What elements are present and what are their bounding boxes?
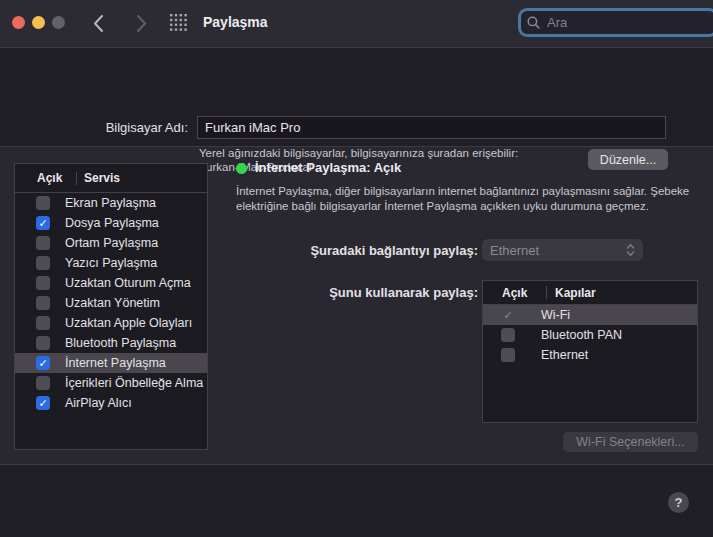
- port-checkbox[interactable]: [501, 348, 515, 362]
- service-checkbox[interactable]: ✓: [36, 396, 50, 410]
- service-checkbox[interactable]: [36, 296, 50, 310]
- share-using-label: Şunu kullanarak paylaş:: [228, 285, 478, 300]
- local-hostname-info: Yerel ağınızdaki bilgisayarlar, bilgisay…: [199, 147, 518, 159]
- forward-button[interactable]: [132, 13, 150, 34]
- services-table-header: Açık Servis: [15, 164, 207, 193]
- service-row[interactable]: İçerikleri Önbelleğe Alma: [15, 373, 207, 393]
- ports-table-header: Açık Kapılar: [483, 281, 697, 305]
- service-description-line1: İnternet Paylaşma, diğer bilgisayarların…: [236, 184, 698, 199]
- service-checkbox[interactable]: [36, 196, 50, 210]
- services-column-on: Açık: [15, 171, 76, 185]
- ports-column-ports: Kapılar: [547, 286, 596, 300]
- port-row[interactable]: ✓Wi-Fi: [483, 305, 697, 325]
- edit-button[interactable]: Düzenle...: [588, 149, 668, 170]
- port-row[interactable]: Ethernet: [483, 345, 697, 365]
- computer-name-input[interactable]: [198, 117, 665, 138]
- wifi-options-button: Wi-Fi Seçenekleri...: [563, 432, 698, 452]
- service-row[interactable]: ✓Dosya Paylaşma: [15, 213, 207, 233]
- service-row[interactable]: Bluetooth Paylaşma: [15, 333, 207, 353]
- show-all-grid-icon[interactable]: [170, 14, 187, 35]
- search-field[interactable]: [518, 8, 713, 37]
- services-table: Açık Servis Ekran Paylaşma✓Dosya Paylaşm…: [14, 163, 208, 450]
- ports-table: Açık Kapılar ✓Wi-FiBluetooth PANEthernet: [482, 280, 698, 423]
- service-checkbox[interactable]: [36, 256, 50, 270]
- status-title: İnternet Paylaşma: Açık: [255, 160, 401, 175]
- service-label: İnternet Paylaşma: [65, 356, 166, 370]
- footer: [0, 465, 713, 537]
- ports-column-on: Açık: [483, 286, 546, 300]
- service-row[interactable]: Yazıcı Paylaşma: [15, 253, 207, 273]
- service-checkbox[interactable]: ✓: [36, 216, 50, 230]
- service-label: AirPlay Alıcı: [65, 396, 132, 410]
- computer-name-field[interactable]: [197, 116, 666, 139]
- service-label: Ortam Paylaşma: [65, 236, 158, 250]
- port-checkbox: ✓: [501, 308, 515, 322]
- computer-name-section: Bilgisayar Adı: Yerel ağınızdaki bilgisa…: [0, 48, 713, 147]
- service-checkbox[interactable]: [36, 276, 50, 290]
- service-description-line2: elektriğine bağlı bilgisayarlar İnternet…: [236, 199, 698, 214]
- search-input[interactable]: [545, 14, 689, 31]
- sharing-preferences-window: Paylaşma Bilgisayar Adı: Yerel ağınızdak…: [0, 0, 713, 537]
- service-checkbox[interactable]: [36, 336, 50, 350]
- port-row[interactable]: Bluetooth PAN: [483, 325, 697, 345]
- service-label: İçerikleri Önbelleğe Alma: [65, 376, 203, 390]
- service-checkbox[interactable]: [36, 236, 50, 250]
- search-icon: [527, 16, 540, 29]
- service-label: Ekran Paylaşma: [65, 196, 156, 210]
- services-rows: Ekran Paylaşma✓Dosya PaylaşmaOrtam Payla…: [15, 193, 207, 413]
- zoom-window-button: [52, 16, 65, 29]
- service-label: Dosya Paylaşma: [65, 216, 159, 230]
- service-row[interactable]: Ortam Paylaşma: [15, 233, 207, 253]
- help-button[interactable]: ?: [668, 492, 689, 513]
- share-connection-popup: Ethernet: [482, 239, 643, 261]
- service-row[interactable]: Uzaktan Yönetim: [15, 293, 207, 313]
- service-label: Uzaktan Yönetim: [65, 296, 160, 310]
- service-row[interactable]: Ekran Paylaşma: [15, 193, 207, 213]
- port-label: Ethernet: [541, 348, 588, 362]
- computer-name-label: Bilgisayar Adı:: [28, 120, 188, 135]
- window-title: Paylaşma: [203, 14, 268, 30]
- share-connection-label: Şuradaki bağlantıyı paylaş:: [228, 243, 478, 258]
- popup-chevrons-icon: [626, 243, 635, 257]
- service-checkbox[interactable]: [36, 316, 50, 330]
- port-label: Bluetooth PAN: [541, 328, 622, 342]
- close-window-button[interactable]: [12, 16, 25, 29]
- ports-rows: ✓Wi-FiBluetooth PANEthernet: [483, 305, 697, 365]
- service-checkbox[interactable]: ✓: [36, 356, 50, 370]
- share-connection-value: Ethernet: [490, 243, 626, 258]
- minimize-window-button[interactable]: [32, 16, 45, 29]
- service-label: Yazıcı Paylaşma: [65, 256, 157, 270]
- service-row[interactable]: Uzaktan Oturum Açma: [15, 273, 207, 293]
- service-checkbox[interactable]: [36, 376, 50, 390]
- service-row[interactable]: ✓İnternet Paylaşma: [15, 353, 207, 373]
- service-label: Bluetooth Paylaşma: [65, 336, 176, 350]
- service-label: Uzaktan Apple Olayları: [65, 316, 192, 330]
- toolbar: Paylaşma: [0, 0, 713, 48]
- service-row[interactable]: Uzaktan Apple Olayları: [15, 313, 207, 333]
- service-row[interactable]: ✓AirPlay Alıcı: [15, 393, 207, 413]
- services-column-service: Servis: [77, 171, 120, 185]
- port-label: Wi-Fi: [541, 308, 570, 322]
- service-label: Uzaktan Oturum Açma: [65, 276, 191, 290]
- back-button[interactable]: [90, 13, 108, 34]
- status-green-dot-icon: [236, 163, 247, 174]
- port-checkbox[interactable]: [501, 328, 515, 342]
